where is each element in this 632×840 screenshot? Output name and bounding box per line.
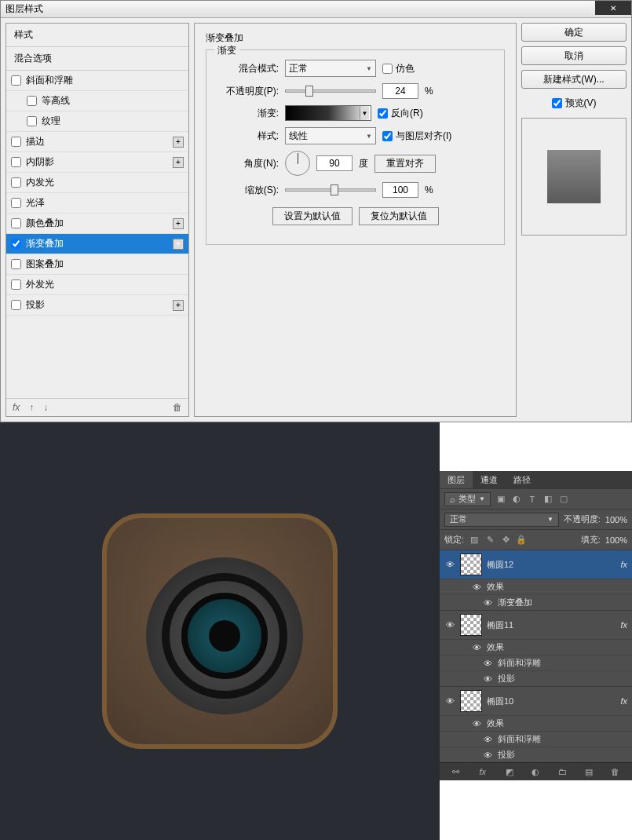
- new-layer-icon[interactable]: ▤: [583, 766, 594, 777]
- visibility-icon[interactable]: 👁: [482, 735, 493, 744]
- visibility-icon[interactable]: 👁: [482, 674, 493, 684]
- chevron-down-icon[interactable]: ▼: [360, 107, 369, 119]
- lock-move-icon[interactable]: ✥: [500, 535, 511, 546]
- visibility-icon[interactable]: 👁: [471, 643, 482, 652]
- visibility-icon[interactable]: 👁: [471, 583, 482, 592]
- visibility-icon[interactable]: 👁: [444, 560, 455, 569]
- style-checkbox[interactable]: [11, 198, 21, 208]
- align-checkbox-input[interactable]: [382, 131, 393, 141]
- reverse-checkbox[interactable]: 反向(R): [378, 107, 423, 120]
- style-checkbox[interactable]: [11, 137, 21, 147]
- style-row[interactable]: 纹理: [6, 111, 188, 132]
- visibility-icon[interactable]: 👁: [471, 719, 482, 729]
- trash-icon[interactable]: 🗑: [173, 402, 182, 413]
- effect-item[interactable]: 👁斜面和浮雕: [440, 655, 632, 670]
- layer-thumbnail[interactable]: [460, 614, 482, 636]
- style-checkbox[interactable]: [11, 177, 21, 188]
- close-button[interactable]: ✕: [595, 1, 631, 15]
- visibility-icon[interactable]: 👁: [482, 598, 493, 608]
- plus-icon[interactable]: +: [173, 157, 184, 168]
- preview-checkbox-input[interactable]: [552, 98, 562, 108]
- visibility-icon[interactable]: 👁: [482, 659, 493, 668]
- reset-align-button[interactable]: 重置对齐: [374, 155, 436, 173]
- scale-slider[interactable]: [285, 188, 376, 192]
- style-row[interactable]: 外发光: [6, 275, 188, 295]
- dither-checkbox[interactable]: 仿色: [382, 62, 415, 75]
- dither-checkbox-input[interactable]: [382, 64, 393, 74]
- opacity-value[interactable]: 100%: [605, 515, 627, 524]
- style-checkbox[interactable]: [11, 157, 21, 167]
- effect-item[interactable]: 👁渐变叠加: [440, 594, 632, 610]
- lock-pixels-icon[interactable]: ▨: [469, 535, 480, 546]
- blend-mode-select[interactable]: 正常 ▼: [285, 60, 376, 77]
- image-filter-icon[interactable]: ▣: [495, 494, 506, 505]
- down-arrow-icon[interactable]: ↓: [43, 402, 48, 413]
- slider-thumb[interactable]: [331, 184, 338, 195]
- lock-brush-icon[interactable]: ✎: [484, 535, 495, 546]
- style-row[interactable]: 光泽: [6, 193, 188, 214]
- styles-header[interactable]: 样式: [6, 24, 188, 47]
- up-arrow-icon[interactable]: ↑: [29, 402, 34, 413]
- visibility-icon[interactable]: 👁: [482, 751, 493, 760]
- fx-badge[interactable]: fx: [620, 620, 627, 630]
- blend-mode-select[interactable]: 正常 ▼: [444, 513, 559, 527]
- style-checkbox[interactable]: [11, 75, 21, 86]
- ok-button[interactable]: 确定: [521, 23, 627, 42]
- slider-thumb[interactable]: [305, 86, 313, 97]
- reset-default-button[interactable]: 复位为默认值: [359, 207, 439, 225]
- angle-input[interactable]: 90: [316, 155, 353, 171]
- style-row[interactable]: 斜面和浮雕: [6, 71, 188, 91]
- gradient-swatch[interactable]: ▼: [285, 105, 371, 121]
- style-checkbox[interactable]: [11, 218, 21, 228]
- adjustment-icon[interactable]: ◐: [530, 766, 541, 777]
- trash-icon[interactable]: 🗑: [610, 766, 621, 777]
- plus-icon[interactable]: +: [173, 239, 184, 250]
- fx-icon[interactable]: fx: [13, 402, 20, 413]
- type-filter-icon[interactable]: T: [527, 494, 538, 505]
- link-icon[interactable]: ⚯: [451, 766, 462, 777]
- align-checkbox[interactable]: 与图层对齐(I): [382, 130, 451, 143]
- style-checkbox[interactable]: [11, 259, 21, 269]
- style-checkbox[interactable]: [11, 300, 21, 310]
- tab-channels[interactable]: 通道: [473, 471, 506, 488]
- angle-dial[interactable]: [285, 151, 310, 176]
- shape-filter-icon[interactable]: ◧: [542, 494, 553, 505]
- lock-all-icon[interactable]: 🔒: [516, 535, 527, 546]
- effect-item[interactable]: 👁投影: [440, 747, 632, 762]
- layer-row[interactable]: 👁 椭圆12 fx: [440, 550, 632, 579]
- smart-filter-icon[interactable]: ▢: [558, 494, 569, 505]
- blend-options-row[interactable]: 混合选项: [6, 47, 188, 71]
- effects-row[interactable]: 👁效果: [440, 715, 632, 731]
- style-row[interactable]: 内阴影+: [6, 152, 188, 173]
- layer-thumbnail[interactable]: [460, 553, 482, 575]
- style-row[interactable]: 颜色叠加+: [6, 214, 188, 234]
- plus-icon[interactable]: +: [173, 300, 184, 311]
- mask-icon[interactable]: ◩: [504, 766, 515, 777]
- fx-badge[interactable]: fx: [620, 696, 627, 706]
- visibility-icon[interactable]: 👁: [444, 696, 455, 706]
- tab-paths[interactable]: 路径: [506, 471, 539, 488]
- fill-value[interactable]: 100%: [605, 535, 627, 545]
- tab-layers[interactable]: 图层: [440, 471, 473, 488]
- plus-icon[interactable]: +: [173, 137, 184, 148]
- effect-item[interactable]: 👁投影: [440, 670, 632, 686]
- group-icon[interactable]: 🗀: [557, 766, 568, 777]
- kind-filter[interactable]: ⌕ 类型 ▼: [444, 492, 491, 506]
- style-row[interactable]: 描边+: [6, 132, 188, 152]
- opacity-input[interactable]: 24: [382, 83, 418, 99]
- effects-row[interactable]: 👁效果: [440, 639, 632, 655]
- style-checkbox[interactable]: [27, 96, 37, 106]
- opacity-slider[interactable]: [285, 89, 376, 93]
- reverse-checkbox-input[interactable]: [378, 108, 388, 119]
- layer-row[interactable]: 👁 椭圆10 fx: [440, 686, 632, 715]
- fx-icon[interactable]: fx: [477, 766, 488, 777]
- style-row[interactable]: 渐变叠加+: [6, 234, 188, 254]
- set-default-button[interactable]: 设置为默认值: [272, 207, 353, 225]
- style-checkbox[interactable]: [11, 239, 21, 249]
- fx-badge[interactable]: fx: [620, 560, 627, 569]
- effects-row[interactable]: 👁效果: [440, 579, 632, 594]
- style-checkbox[interactable]: [11, 279, 21, 290]
- style-row[interactable]: 图案叠加: [6, 254, 188, 275]
- layer-thumbnail[interactable]: [460, 690, 482, 712]
- cancel-button[interactable]: 取消: [521, 46, 627, 65]
